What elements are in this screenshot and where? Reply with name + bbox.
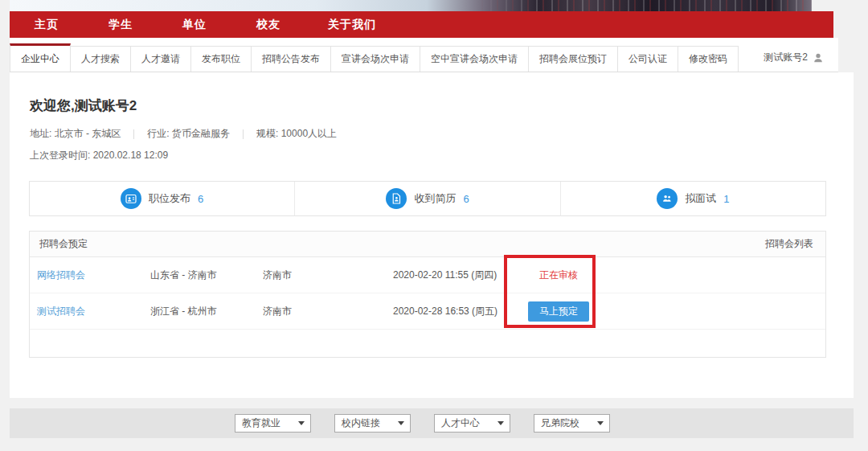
job-fair-row: 测试招聘会 浙江省 - 杭州市 济南市 2020-02-28 16:53 (周五… bbox=[30, 293, 825, 330]
footer-dropdown-partner-schools[interactable]: 兄弟院校 bbox=[534, 414, 610, 433]
job-fair-row: 网络招聘会 山东省 - 济南市 济南市 2020-02-20 11:55 (周四… bbox=[30, 257, 825, 293]
job-fair-title: 招聘会预定 bbox=[39, 237, 88, 251]
fair-city: 济南市 bbox=[263, 269, 393, 282]
footer-dropdown-campus-links[interactable]: 校内链接 bbox=[334, 414, 411, 433]
tab-bar: 企业中心 人才搜索 人才邀请 发布职位 招聘公告发布 宣讲会场次申请 空中宣讲会… bbox=[10, 44, 838, 72]
campus-photo-banner bbox=[10, 0, 812, 11]
tab-recruit-announcement[interactable]: 招聘公告发布 bbox=[252, 46, 331, 72]
dropdown-label: 教育就业 bbox=[242, 416, 280, 430]
footer-dropdown-education-employment[interactable]: 教育就业 bbox=[235, 414, 311, 433]
tab-enterprise-center[interactable]: 企业中心 bbox=[10, 43, 71, 72]
tab-fair-booth-booking[interactable]: 招聘会展位预订 bbox=[529, 46, 618, 72]
company-size: 规模: 10000人以上 bbox=[256, 127, 337, 141]
divider bbox=[243, 129, 244, 139]
job-fair-list-link[interactable]: 招聘会列表 bbox=[765, 237, 813, 251]
account-menu[interactable]: 测试账号2 bbox=[764, 43, 838, 72]
stat-value[interactable]: 6 bbox=[463, 193, 469, 205]
dropdown-label: 人才中心 bbox=[441, 416, 480, 430]
nav-item-alumni[interactable]: 校友 bbox=[240, 11, 297, 38]
page: 主页 学生 单位 校友 关于我们 企业中心 人才搜索 人才邀请 发布职位 招聘公… bbox=[0, 0, 868, 451]
company-address: 地址: 北京市 - 东城区 bbox=[30, 127, 121, 141]
stats-panel: 职位发布 6 收到简历 6 拟面试 1 bbox=[29, 181, 826, 216]
book-now-button[interactable]: 马上预定 bbox=[528, 301, 589, 322]
tab-change-password[interactable]: 修改密码 bbox=[678, 46, 739, 72]
fair-city: 济南市 bbox=[263, 305, 393, 318]
footer-bar: 教育就业 校内链接 人才中心 兄弟院校 bbox=[10, 408, 854, 438]
dropdown-label: 兄弟院校 bbox=[541, 416, 579, 430]
tab-talent-search[interactable]: 人才搜索 bbox=[71, 46, 131, 72]
job-fair-header: 招聘会预定 招聘会列表 bbox=[30, 232, 825, 257]
dropdown-label: 校内链接 bbox=[342, 416, 380, 430]
chevron-down-icon bbox=[597, 421, 604, 425]
main-nav: 主页 学生 单位 校友 关于我们 bbox=[10, 11, 833, 38]
account-name: 测试账号2 bbox=[764, 51, 808, 64]
chevron-down-icon bbox=[497, 421, 504, 425]
stat-label: 拟面试 bbox=[685, 191, 716, 206]
stat-label: 收到简历 bbox=[414, 191, 456, 206]
job-fair-panel: 招聘会预定 招聘会列表 网络招聘会 山东省 - 济南市 济南市 2020-02-… bbox=[29, 231, 826, 358]
stat-resumes-received[interactable]: 收到简历 6 bbox=[294, 182, 559, 215]
nav-item-home[interactable]: 主页 bbox=[18, 11, 76, 38]
fair-location: 浙江省 - 杭州市 bbox=[150, 305, 263, 318]
tab-online-info-session-apply[interactable]: 空中宣讲会场次申请 bbox=[420, 46, 529, 72]
resume-icon bbox=[386, 188, 407, 209]
stat-jobs-posted[interactable]: 职位发布 6 bbox=[30, 182, 294, 215]
company-info-line: 地址: 北京市 - 东城区 行业: 货币金融服务 规模: 10000人以上 bbox=[30, 127, 337, 141]
tab-post-job[interactable]: 发布职位 bbox=[191, 46, 252, 72]
chevron-down-icon bbox=[298, 421, 305, 425]
stat-value[interactable]: 1 bbox=[723, 193, 729, 205]
interview-icon bbox=[657, 188, 678, 209]
stat-planned-interviews[interactable]: 拟面试 1 bbox=[560, 182, 825, 215]
tab-talent-invite[interactable]: 人才邀请 bbox=[131, 46, 191, 72]
crowd-photo-texture bbox=[10, 0, 812, 11]
welcome-heading: 欢迎您,测试账号2 bbox=[30, 96, 137, 115]
fair-datetime: 2020-02-28 16:53 (周五) bbox=[393, 305, 514, 318]
fair-datetime: 2020-02-20 11:55 (周四) bbox=[393, 269, 514, 282]
stat-label: 职位发布 bbox=[149, 191, 190, 206]
fair-location: 山东省 - 济南市 bbox=[150, 269, 263, 282]
nav-item-about[interactable]: 关于我们 bbox=[313, 11, 391, 38]
fair-name-link[interactable]: 网络招聘会 bbox=[37, 269, 85, 281]
footer-dropdown-talent-center[interactable]: 人才中心 bbox=[434, 414, 510, 433]
status-under-review: 正在审核 bbox=[539, 269, 578, 281]
divider bbox=[133, 129, 134, 139]
tab-company-verification[interactable]: 公司认证 bbox=[618, 46, 678, 72]
last-login-time: 上次登录时间: 2020.02.18 12:09 bbox=[30, 149, 168, 162]
nav-item-students[interactable]: 学生 bbox=[92, 11, 149, 38]
job-post-icon bbox=[121, 188, 141, 209]
tab-info-session-apply[interactable]: 宣讲会场次申请 bbox=[331, 46, 420, 72]
company-industry: 行业: 货币金融服务 bbox=[147, 127, 230, 141]
stat-value[interactable]: 6 bbox=[198, 193, 203, 205]
nav-item-employers[interactable]: 单位 bbox=[166, 11, 223, 38]
main-panel: 欢迎您,测试账号2 地址: 北京市 - 东城区 行业: 货币金融服务 规模: 1… bbox=[10, 72, 854, 398]
user-icon bbox=[813, 52, 824, 64]
chevron-down-icon bbox=[398, 421, 404, 425]
fair-name-link[interactable]: 测试招聘会 bbox=[37, 305, 85, 317]
